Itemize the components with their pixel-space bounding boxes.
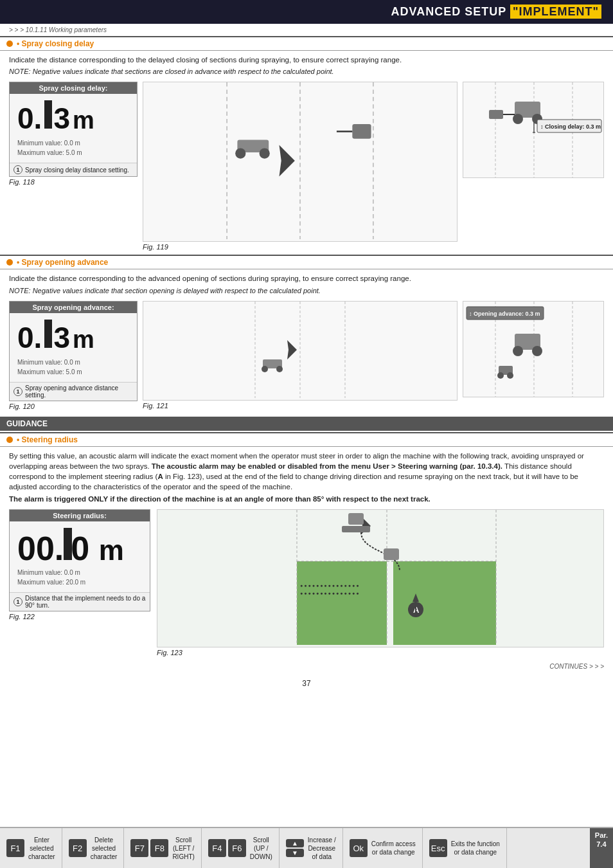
fig-120-label: Fig. 120 (9, 402, 138, 410)
svg-point-38 (497, 372, 504, 379)
fig-119-wrapper: Fig. 119 (143, 82, 458, 251)
inc-label: Increase / Decrease of data (308, 836, 336, 861)
spray-closing-delay-header: • Spray closing delay (0, 36, 613, 51)
spray-opening-advance-content: Indicate the distance corresponding to t… (0, 273, 613, 410)
steering-box-title: Steering radius: (10, 510, 150, 521)
spray-closing-delay-title: • Spray closing delay (17, 39, 94, 48)
spray-closing-box: Spray closing delay: 0.3 m Minimum value… (9, 82, 138, 177)
spray-opening-box-body: 0.3 m Minimum value: 0.0 m Maximum value… (10, 313, 137, 382)
f6-key: F6 (232, 844, 242, 853)
steering-alarm-note: The alarm is triggered ONLY if the direc… (9, 494, 604, 504)
f4-icon[interactable]: F4 (208, 839, 226, 857)
f8-icon[interactable]: F8 (150, 839, 168, 857)
steer-footer-text: Distance that the implement needs to do … (25, 595, 146, 609)
page-header: ADVANCED SETUP "IMPLEMENT" (0, 0, 613, 24)
steering-figure-row: Steering radius: 00.0 m Minimum value: 0… (9, 509, 604, 656)
value-int: 0. (17, 101, 42, 136)
steering-radius-box: Steering radius: 00.0 m Minimum value: 0… (9, 509, 150, 611)
par-box: Par. 7.4 (590, 828, 613, 868)
svg-point-6 (260, 149, 270, 159)
steering-box-body: 00.0 m Minimum value: 0.0 m Maximum valu… (10, 521, 150, 592)
ok-icon[interactable]: Ok (350, 839, 368, 857)
fig-121-wrapper: Fig. 121 (143, 301, 458, 410)
fig-123-diagram: A ●●●●●●●●●●●●●●● ●●●●●●●●●●●●●●● (157, 509, 604, 647)
spray-closing-note: NOTE: Negative values indicate that sect… (9, 67, 604, 77)
f1-icon[interactable]: F1 (6, 839, 24, 857)
spray-closing-description: Indicate the distance corresponding to t… (9, 55, 604, 65)
f2-label: Delete selected character (91, 836, 118, 861)
f7f8-label: Scroll (LEFT / RIGHT) (172, 836, 194, 861)
steering-desc-a: A (157, 473, 163, 480)
esc-icon[interactable]: Esc (429, 839, 447, 857)
spray-closing-figure-row: Spray closing delay: 0.3 m Minimum value… (9, 82, 604, 251)
page-number: 37 (0, 679, 613, 688)
f1-key: F1 (10, 844, 20, 853)
open-min-limit: Minimum value: 0.0 m (17, 357, 82, 367)
spray-opening-description: Indicate the distance corresponding to t… (9, 273, 604, 284)
f7-icon[interactable]: F7 (130, 839, 148, 857)
svg-rect-47 (342, 526, 370, 532)
f6-icon[interactable]: F6 (228, 839, 246, 857)
esc-label: Exits the function or data change (451, 840, 500, 856)
svg-rect-7 (352, 125, 371, 140)
svg-rect-41 (393, 561, 496, 645)
svg-point-28 (276, 366, 283, 372)
spray-opening-note: NOTE: Negative values indicate that sect… (9, 286, 604, 296)
spray-opening-footer: 1 Spray opening advance distance setting… (10, 382, 137, 401)
toolbar-increase: ▲ ▼ Increase / Decrease of data (280, 828, 343, 868)
fig-119-right-wrapper: ↕ Closing delay: 0.3 m (463, 82, 604, 178)
value-unit: m (73, 107, 94, 134)
fig-123-label: Fig. 123 (157, 649, 604, 656)
inc-icons: ▲ ▼ (286, 839, 304, 857)
setting-limits: Minimum value: 0.0 m Maximum value: 5.0 … (17, 138, 82, 158)
svg-marker-25 (287, 340, 297, 359)
svg-rect-16 (489, 110, 503, 119)
fig-122-label: Fig. 122 (9, 613, 150, 620)
footer-text: Spray closing delay distance setting. (25, 167, 129, 174)
svg-point-39 (507, 372, 513, 379)
steering-description: By setting this value, an acoustic alarm… (9, 451, 604, 492)
fig-118-label: Fig. 118 (9, 178, 138, 186)
steer-max: Maximum value: 20.0 m (17, 577, 85, 587)
svg-point-5 (235, 149, 245, 159)
spray-opening-advance-header: • Spray opening advance (0, 255, 613, 269)
toolbar-f1: F1 Enter selected character (0, 828, 62, 868)
fig-122-wrapper: Steering radius: 00.0 m Minimum value: 0… (9, 509, 150, 620)
spray-closing-delay-content: Indicate the distance corresponding to t… (0, 55, 613, 251)
steer-unit: m (99, 534, 124, 566)
ok-label: Confirm access or data change (371, 840, 416, 856)
steer-footer-num: 1 (13, 597, 22, 606)
section-dot-3 (6, 437, 13, 443)
spray-opening-box: Spray opening advance: 0.3 m Minimum val… (9, 301, 138, 401)
f7-key: F7 (135, 844, 145, 853)
steering-radius-title: • Steering radius (17, 435, 78, 444)
fig-121-right-wrapper: ↕ Opening advance: 0.3 m (463, 301, 604, 397)
svg-marker-3 (279, 145, 294, 177)
open-footer-num: 1 (13, 387, 22, 396)
max-limit: Maximum value: 5.0 m (17, 148, 82, 158)
svg-text:●●●●●●●●●●●●●●●: ●●●●●●●●●●●●●●● (300, 591, 360, 595)
f2-key: F2 (73, 844, 82, 853)
svg-rect-40 (297, 561, 387, 645)
fig-123-wrapper: A ●●●●●●●●●●●●●●● ●●●●●●●●●●●●●●● Fig. 1… (157, 509, 604, 656)
guidance-header: GUIDANCE (0, 417, 613, 431)
value-dec: 3 (53, 101, 70, 136)
spray-closing-value: 0.3 m (17, 100, 94, 136)
f4-key: F4 (212, 844, 222, 853)
open-setting-limits: Minimum value: 0.0 m Maximum value: 5.0 … (17, 357, 82, 377)
section-dot-2 (6, 259, 13, 266)
inc-up-icon[interactable]: ▲ (286, 839, 304, 847)
inc-down-icon[interactable]: ▼ (286, 849, 304, 857)
toolbar-f7f8: F7 F8 Scroll (LEFT / RIGHT) (124, 828, 201, 868)
section-dot (6, 41, 13, 47)
steer-int: 00. (17, 529, 64, 568)
fig-118-wrapper: Spray closing delay: 0.3 m Minimum value… (9, 82, 138, 186)
steer-footer: 1 Distance that the implement needs to d… (10, 592, 150, 611)
steering-radius-content: By setting this value, an acoustic alarm… (0, 451, 613, 656)
f2-icon[interactable]: F2 (69, 839, 87, 857)
guidance-section: GUIDANCE • Steering radius By setting th… (0, 417, 613, 656)
open-value-int: 0. (17, 320, 42, 355)
fig-121-diagram (143, 301, 458, 401)
f7f8-keys: F7 F8 (130, 839, 168, 857)
f4f6-label: Scroll (UP / DOWN) (250, 836, 272, 861)
